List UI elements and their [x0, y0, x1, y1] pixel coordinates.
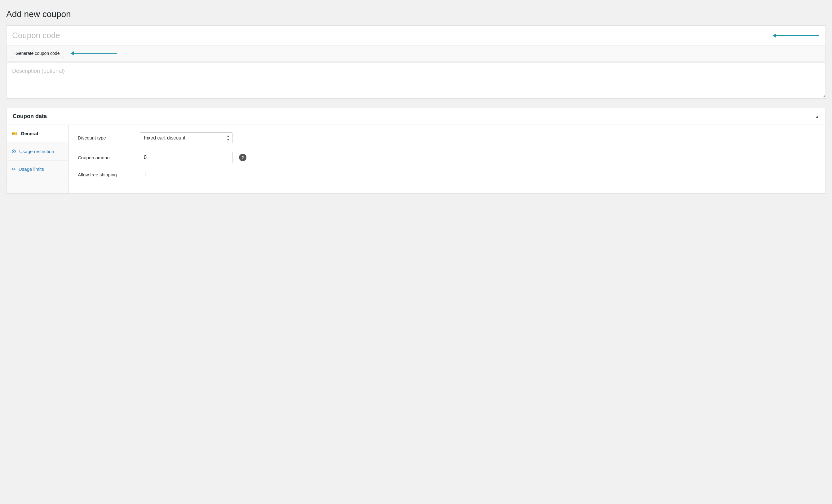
- coupon-data-title: Coupon data: [13, 113, 47, 120]
- allow-free-shipping-checkbox[interactable]: [140, 172, 146, 177]
- coupon-amount-row: Coupon amount ?: [78, 152, 816, 163]
- description-textarea[interactable]: [6, 63, 826, 97]
- sidebar-tabs: 🎫 General ⊘ Usage restriction ⇿ Usage li…: [6, 125, 69, 193]
- coupon-code-section: Generate coupon code: [6, 25, 826, 61]
- arrow-head-icon-2: [70, 51, 74, 55]
- collapse-arrow-icon[interactable]: ▲: [815, 114, 819, 119]
- coupon-data-section: Coupon data ▲ 🎫 General ⊘ Usage restrict…: [6, 108, 826, 194]
- generate-btn-row: Generate coupon code: [6, 45, 826, 61]
- ban-icon: ⊘: [11, 148, 16, 155]
- coupon-amount-help-icon[interactable]: ?: [239, 154, 246, 161]
- discount-type-select[interactable]: Percentage discount Fixed cart discount …: [140, 132, 233, 143]
- allow-free-shipping-row: Allow free shipping: [78, 172, 816, 177]
- ticket-icon: 🎫: [11, 131, 18, 136]
- generate-btn-arrow-annotation: [70, 51, 117, 55]
- description-section: [6, 62, 826, 99]
- coupon-code-input[interactable]: [6, 26, 826, 45]
- coupon-data-header: Coupon data ▲: [6, 108, 826, 125]
- coupon-data-body: 🎫 General ⊘ Usage restriction ⇿ Usage li…: [6, 125, 826, 193]
- page-title: Add new coupon: [6, 9, 826, 19]
- arrow-line-2: [74, 53, 117, 54]
- tab-usage-restriction[interactable]: ⊘ Usage restriction: [6, 142, 68, 161]
- coupon-amount-input[interactable]: [140, 152, 233, 163]
- discount-type-row: Discount type Percentage discount Fixed …: [78, 132, 816, 143]
- allow-free-shipping-label: Allow free shipping: [78, 172, 134, 177]
- tab-general[interactable]: 🎫 General: [6, 125, 68, 142]
- tab-usage-limits[interactable]: ⇿ Usage limits: [6, 161, 68, 178]
- generate-coupon-button[interactable]: Generate coupon code: [11, 49, 64, 58]
- discount-type-select-wrapper: Percentage discount Fixed cart discount …: [140, 132, 233, 143]
- coupon-amount-label: Coupon amount: [78, 155, 134, 160]
- limits-icon: ⇿: [11, 166, 16, 172]
- discount-type-label: Discount type: [78, 135, 134, 140]
- tab-content-general: Discount type Percentage discount Fixed …: [69, 125, 826, 193]
- tab-usage-restriction-label: Usage restriction: [19, 149, 54, 154]
- coupon-code-input-wrapper: [6, 26, 826, 45]
- tab-usage-limits-label: Usage limits: [19, 166, 44, 172]
- tab-general-label: General: [21, 131, 38, 136]
